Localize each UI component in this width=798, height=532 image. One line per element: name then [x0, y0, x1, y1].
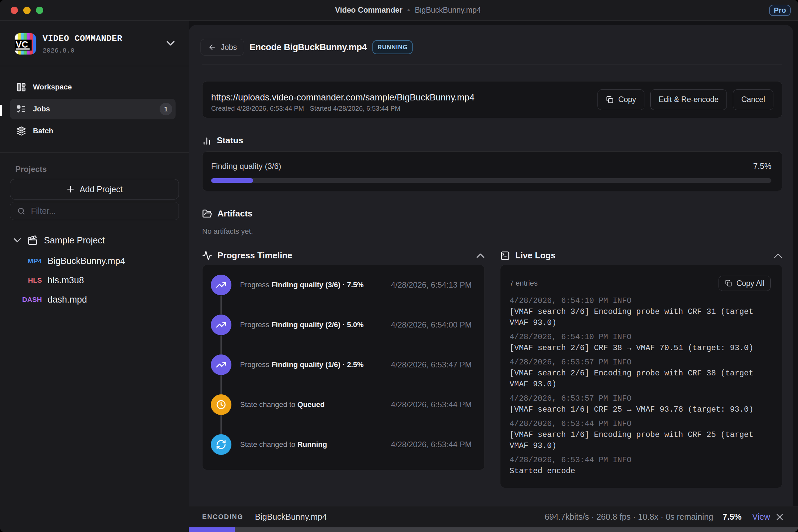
svg-text:VC: VC [16, 40, 28, 50]
